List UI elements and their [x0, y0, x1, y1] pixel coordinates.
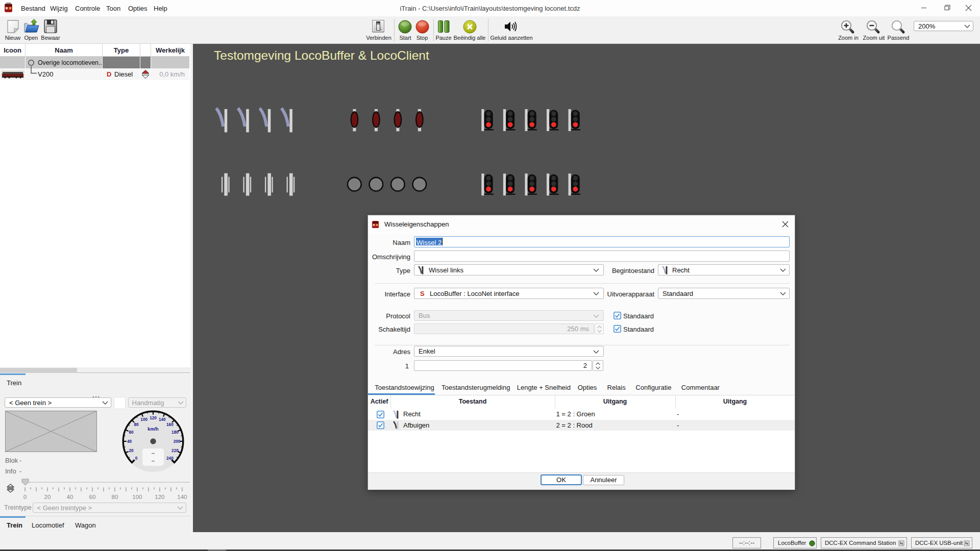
- svg-text:120: 120: [150, 416, 157, 420]
- svg-text:0: 0: [135, 456, 138, 461]
- svg-text:60: 60: [129, 430, 134, 435]
- svg-text:220: 220: [172, 448, 179, 453]
- svg-text:240: 240: [166, 456, 174, 461]
- svg-text:80: 80: [134, 422, 139, 427]
- svg-text:160: 160: [166, 422, 174, 427]
- svg-text:140: 140: [159, 417, 166, 422]
- svg-text:180: 180: [172, 430, 179, 435]
- svg-text:20: 20: [129, 448, 134, 453]
- svg-text:100: 100: [140, 417, 148, 422]
- svg-text:40: 40: [127, 439, 132, 444]
- svg-text:200: 200: [174, 439, 181, 444]
- svg-text:km/h: km/h: [148, 427, 159, 432]
